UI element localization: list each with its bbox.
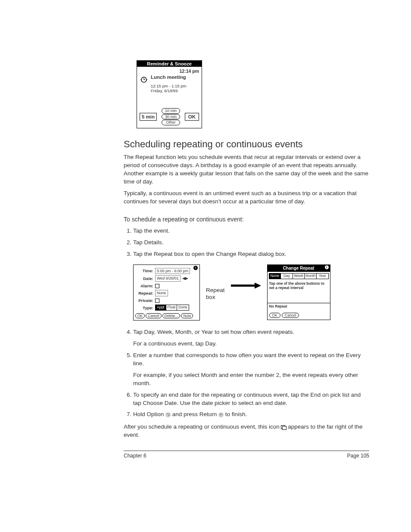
repeat-field[interactable]: None: [155, 290, 168, 296]
step-5-note: For example, if you select Month and ent…: [133, 371, 369, 388]
change-repeat-hint: Tap one of the above buttons to set a re…: [268, 280, 330, 303]
details-note-button[interactable]: Note: [181, 313, 193, 318]
repeat-box-callout: Repeat box: [206, 287, 225, 301]
section-heading: Scheduling repeating or continuous event…: [124, 139, 369, 150]
change-repeat-header: Change Repeat i: [268, 265, 330, 272]
clock-icon: [140, 75, 148, 84]
step-3: Tap the Repeat box to open the Change Re…: [133, 250, 369, 320]
footer-page: Page 105: [347, 453, 369, 459]
alarm-checkbox[interactable]: [155, 284, 159, 288]
arrow-icon: [231, 282, 261, 292]
event-details-figure: i Time: 5:00 pm - 6:00 pm Date: Wed 9/26…: [133, 264, 200, 320]
reminder-snooze-figure: Reminder & Snooze 12:14 pm Lunch meeting…: [137, 60, 202, 128]
option-key-icon: ⌥: [165, 412, 171, 417]
intro-paragraph-2: Typically, a continuous event is an unti…: [124, 190, 369, 206]
reminder-current-time: 12:14 pm: [140, 68, 199, 74]
return-key-icon: ↵: [218, 412, 224, 417]
page-footer: Chapter 6 Page 105: [124, 451, 369, 459]
time-field[interactable]: 5:00 pm - 6:00 pm: [155, 268, 190, 274]
reminder-title: Lunch meeting: [151, 75, 186, 80]
date-field[interactable]: Wed 9/26/01: [155, 275, 181, 282]
footer-chapter: Chapter 6: [124, 453, 146, 459]
change-repeat-figure: Change Repeat i None Day Week Month Year…: [267, 264, 330, 320]
details-cancel-button[interactable]: Cancel: [146, 313, 161, 318]
repeat-event-icon: [281, 425, 286, 429]
info-icon: i: [193, 266, 198, 270]
step-1: Tap the event.: [133, 227, 369, 235]
intro-paragraph-1: The Repeat function lets you schedule ev…: [124, 153, 369, 186]
procedure-subhead: To schedule a repeating or continuous ev…: [124, 215, 369, 224]
change-repeat-cancel-button[interactable]: Cancel: [282, 313, 299, 318]
date-arrows-icon[interactable]: ◀▶: [182, 276, 188, 281]
closing-paragraph: After you schedule a repeating or contin…: [124, 423, 369, 439]
snooze-other-button[interactable]: Other: [162, 120, 180, 125]
step-2: Tap Details.: [133, 239, 369, 247]
step-7: Hold Option ⌥ and press Return ↵ to fini…: [133, 411, 369, 419]
snooze-10min-button[interactable]: 10 min: [162, 108, 180, 114]
change-repeat-ok-button[interactable]: OK: [269, 313, 280, 318]
step-5: Enter a number that corresponds to how o…: [133, 352, 369, 388]
reminder-date: Friday, 6/18/99: [151, 89, 199, 93]
step-4-note: For a continuous event, tap Day.: [133, 340, 369, 348]
reminder-header: Reminder & Snooze: [137, 61, 202, 67]
details-ok-button[interactable]: OK: [135, 313, 145, 318]
private-checkbox[interactable]: [155, 299, 159, 303]
reminder-ok-button[interactable]: OK: [185, 113, 199, 121]
details-delete-button[interactable]: Delete...: [162, 313, 181, 318]
info-icon: i: [325, 265, 329, 269]
no-repeat-label: No Repeat: [268, 303, 330, 312]
step-4: Tap Day, Week, Month, or Year to set how…: [133, 328, 369, 348]
step-6: To specify an end date for the repeating…: [133, 391, 369, 408]
snooze-5min-button[interactable]: 5 min: [140, 113, 157, 121]
type-selector[interactable]: Appt Float Done: [155, 305, 189, 311]
snooze-30min-button[interactable]: 30 min: [162, 114, 180, 120]
repeat-interval-tabs[interactable]: None Day Week Month Year: [269, 273, 329, 279]
svg-marker-6: [255, 283, 261, 289]
